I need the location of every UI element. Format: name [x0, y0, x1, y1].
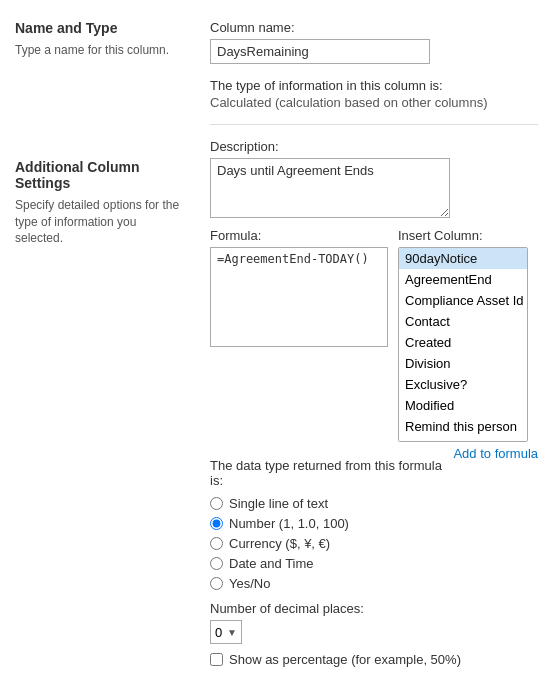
radio-datetime[interactable] [210, 557, 223, 570]
formula-textarea[interactable]: =AgreementEnd-TODAY() [210, 247, 388, 347]
radio-option-5: Yes/No [210, 576, 538, 591]
left-panel: Name and Type Type a name for this colum… [0, 10, 200, 677]
radio-number[interactable] [210, 517, 223, 530]
radio-option-4: Date and Time [210, 556, 538, 571]
description-textarea[interactable]: Days until Agreement Ends [210, 158, 450, 218]
insert-column-listbox[interactable]: 90dayNotice AgreementEnd Compliance Asse… [398, 247, 528, 442]
insert-column-label: Insert Column: [398, 228, 538, 243]
percentage-row: Show as percentage (for example, 50%) [210, 652, 538, 667]
description-label: Description: [210, 139, 538, 154]
radio-yesno-label[interactable]: Yes/No [229, 576, 270, 591]
radio-datetime-label[interactable]: Date and Time [229, 556, 314, 571]
radio-single-line-label[interactable]: Single line of text [229, 496, 328, 511]
decimal-select-row: 0 1 2 3 4 5 ▼ [210, 620, 538, 644]
decimal-row: Number of decimal places: [210, 601, 538, 616]
section1-desc: Type a name for this column. [15, 42, 185, 59]
divider [210, 124, 538, 125]
radio-yesno[interactable] [210, 577, 223, 590]
type-info-label: The type of information in this column i… [210, 78, 538, 93]
radio-option-2: Number (1, 1.0, 100) [210, 516, 538, 531]
data-type-label: The data type returned from this formula… [210, 458, 538, 488]
decimal-label: Number of decimal places: [210, 601, 364, 616]
add-to-formula-link[interactable]: Add to formula [453, 446, 538, 461]
data-type-section: The data type returned from this formula… [210, 458, 538, 591]
decimal-select[interactable]: 0 1 2 3 4 5 [215, 625, 239, 640]
section2-title: Additional Column Settings [15, 159, 185, 191]
radio-currency-label[interactable]: Currency ($, ¥, €) [229, 536, 330, 551]
insert-column-col: Insert Column: 90dayNotice AgreementEnd … [398, 228, 538, 442]
column-name-input[interactable] [210, 39, 430, 64]
formula-column: Formula: =AgreementEnd-TODAY() [210, 228, 388, 442]
insert-listbox-container: 90dayNotice AgreementEnd Compliance Asse… [398, 247, 528, 442]
percentage-label[interactable]: Show as percentage (for example, 50%) [229, 652, 461, 667]
section1-title: Name and Type [15, 20, 185, 36]
radio-option-3: Currency ($, ¥, €) [210, 536, 538, 551]
right-panel: Column name: The type of information in … [200, 10, 558, 677]
column-name-label: Column name: [210, 20, 538, 35]
page-container: Name and Type Type a name for this colum… [0, 0, 558, 686]
section2-desc: Specify detailed options for the type of… [15, 197, 185, 247]
additional-settings-section: Additional Column Settings Specify detai… [15, 159, 185, 247]
formula-insert-row: Formula: =AgreementEnd-TODAY() Insert Co… [210, 228, 538, 442]
radio-currency[interactable] [210, 537, 223, 550]
formula-label: Formula: [210, 228, 388, 243]
percentage-checkbox[interactable] [210, 653, 223, 666]
radio-option-1: Single line of text [210, 496, 538, 511]
radio-number-label[interactable]: Number (1, 1.0, 100) [229, 516, 349, 531]
radio-single-line[interactable] [210, 497, 223, 510]
decimal-select-wrapper: 0 1 2 3 4 5 ▼ [210, 620, 242, 644]
type-info-value: Calculated (calculation based on other c… [210, 95, 538, 110]
